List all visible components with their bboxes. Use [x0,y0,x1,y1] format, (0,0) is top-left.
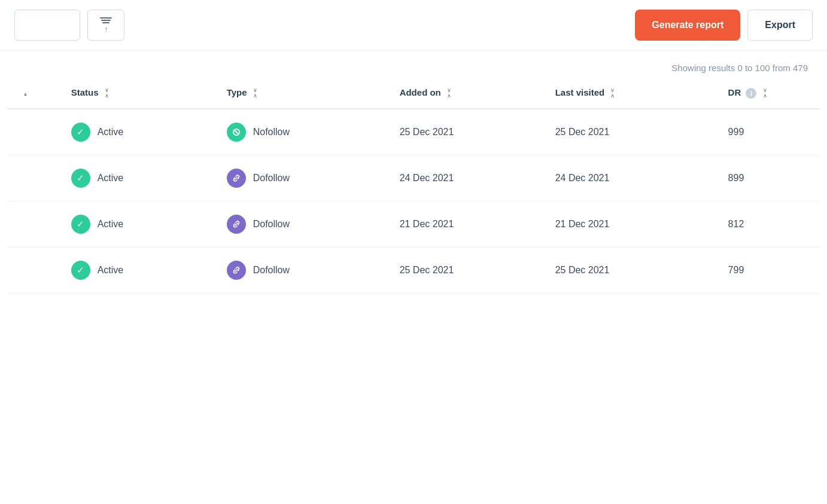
status-cell: ✓ Active [71,169,203,188]
cell-status: ✓ Active [59,248,215,294]
cell-added-on: 21 Dec 2021 [388,201,543,248]
type-nofollow-icon [227,123,246,142]
added-on-label: Added on [400,87,441,97]
export-button[interactable]: Export [747,10,813,41]
type-dofollow-icon [227,169,246,188]
status-text: Active [98,127,124,138]
type-cell: Dofollow [227,261,376,280]
status-active-icon: ✓ [71,215,90,234]
cell-added-on: 24 Dec 2021 [388,155,543,201]
status-text: Active [98,265,124,276]
col-header-type: Type ∨ ∧ [215,78,388,109]
last-visited-label: Last visited [555,87,605,97]
cell-type: Nofollow [215,109,388,155]
type-cell: Dofollow [227,215,376,234]
sort-button[interactable]: ↑ [87,10,124,41]
cell-status: ✓ Active [59,201,215,248]
page-wrapper: ↑ Generate report Export Showing results… [0,0,827,504]
cell-dr: 899 [716,155,820,201]
sort-up: ∧ [610,93,615,99]
cell-last-visited: 24 Dec 2021 [543,155,716,201]
cell-type: Dofollow [215,248,388,294]
type-dofollow-icon [227,261,246,280]
status-active-icon: ✓ [71,123,90,142]
table-row: ✓ Active Dofollow 21 Dec 202121 Dec 2021… [7,201,820,248]
sort-line-2 [101,20,111,21]
data-table: ▲ Status ∨ ∧ Type ∨ ∧ [7,78,820,294]
cell-index [7,201,59,248]
cell-type: Dofollow [215,155,388,201]
col-header-index: ▲ [7,78,59,109]
visited-sort[interactable]: ∨ ∧ [610,88,615,99]
type-text: Nofollow [253,127,290,138]
index-sort[interactable]: ▲ [23,91,28,97]
toolbar-right: Generate report Export [635,10,813,41]
sort-up: ∧ [763,93,767,99]
toolbar-left: ↑ [14,10,628,41]
cell-index [7,155,59,201]
status-active-icon: ✓ [71,169,90,188]
table-row: ✓ Active Nofollow 25 Dec 202125 Dec 2021… [7,109,820,155]
sort-up: ▲ [23,91,28,97]
table-row: ✓ Active Dofollow 25 Dec 202125 Dec 2021… [7,248,820,294]
status-label: Status [71,87,99,97]
cell-dr: 999 [716,109,820,155]
cell-last-visited: 25 Dec 2021 [543,248,716,294]
col-header-added: Added on ∨ ∧ [388,78,543,109]
cell-index [7,248,59,294]
cell-dr: 799 [716,248,820,294]
col-header-visited: Last visited ∨ ∧ [543,78,716,109]
cell-status: ✓ Active [59,155,215,201]
sort-up: ∧ [105,93,109,99]
sort-up: ∧ [447,93,451,99]
table-header: ▲ Status ∨ ∧ Type ∨ ∧ [7,78,820,109]
table-body: ✓ Active Nofollow 25 Dec 202125 Dec 2021… [7,109,820,294]
status-cell: ✓ Active [71,215,203,234]
type-label: Type [227,87,247,97]
type-sort[interactable]: ∨ ∧ [253,88,257,99]
table-wrapper: ▲ Status ∨ ∧ Type ∨ ∧ [0,78,827,294]
type-text: Dofollow [253,265,290,276]
type-text: Dofollow [253,173,290,184]
dr-label: DR [728,87,741,97]
type-cell: Dofollow [227,169,376,188]
cell-type: Dofollow [215,201,388,248]
type-dofollow-icon [227,215,246,234]
cell-last-visited: 25 Dec 2021 [543,109,716,155]
status-text: Active [98,173,124,184]
dr-info-icon[interactable]: i [746,88,756,99]
status-active-icon: ✓ [71,261,90,280]
filter-button[interactable] [14,10,80,41]
added-sort[interactable]: ∨ ∧ [447,88,451,99]
status-cell: ✓ Active [71,123,203,142]
cell-status: ✓ Active [59,109,215,155]
type-cell: Nofollow [227,123,376,142]
toolbar: ↑ Generate report Export [0,0,827,51]
results-info: Showing results 0 to 100 from 479 [0,51,827,78]
col-header-status: Status ∨ ∧ [59,78,215,109]
status-text: Active [98,219,124,230]
generate-report-button[interactable]: Generate report [635,10,740,41]
status-sort[interactable]: ∨ ∧ [105,88,109,99]
dr-sort[interactable]: ∨ ∧ [763,88,767,99]
sort-line-3 [102,22,110,23]
col-header-dr: DR i ∨ ∧ [716,78,820,109]
cell-added-on: 25 Dec 2021 [388,248,543,294]
sort-up: ∧ [253,93,257,99]
cell-last-visited: 21 Dec 2021 [543,201,716,248]
header-row: ▲ Status ∨ ∧ Type ∨ ∧ [7,78,820,109]
sort-line-1 [100,17,112,19]
svg-line-1 [235,130,238,134]
status-cell: ✓ Active [71,261,203,280]
cell-index [7,109,59,155]
cell-dr: 812 [716,201,820,248]
results-count: Showing results 0 to 100 from 479 [671,63,808,73]
cell-added-on: 25 Dec 2021 [388,109,543,155]
table-row: ✓ Active Dofollow 24 Dec 202124 Dec 2021… [7,155,820,201]
sort-up-arrow: ↑ [104,25,108,33]
sort-icon: ↑ [100,17,112,33]
type-text: Dofollow [253,219,290,230]
